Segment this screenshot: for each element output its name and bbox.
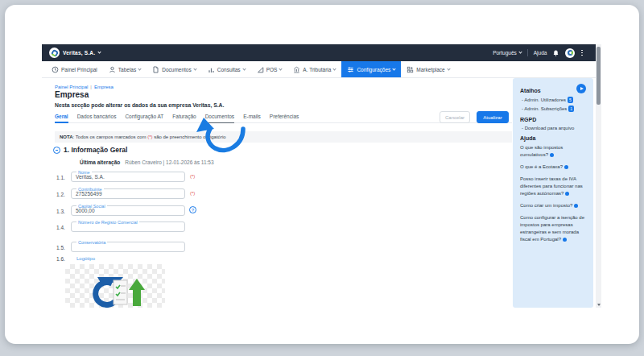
chevron-down-icon [98,50,101,53]
play-button[interactable] [576,84,586,93]
company-selector[interactable]: Veritas, S.A. [49,48,101,58]
capital-social-help-icon[interactable]: ? [189,206,196,213]
user-avatar[interactable] [565,48,575,58]
rgpd-title: RGPD [520,117,586,122]
menu-item-configuracoes[interactable]: Configurações [341,61,401,77]
tab-faturacao[interactable]: Faturação [172,112,196,122]
scrollbar[interactable] [596,44,601,308]
page-content: Painel Principal | Empresa Empresa Nesta… [42,78,513,308]
nome-input[interactable]: Nome Veritas, S.A. [71,172,185,182]
help-link-isencao-impostos[interactable]: Como configurar a isenção de impostos pa… [520,214,586,243]
field-nome: 1.1. Nome Veritas, S.A. (*) [56,172,217,183]
company-logo-image [88,272,149,308]
company-name: Veritas, S.A. [63,50,95,56]
document-icon [152,66,159,73]
menu-item-documentos[interactable]: Documentos [147,61,202,77]
help-info-icon [574,204,578,208]
marketplace-grid-icon [407,66,414,73]
chevron-down-icon [518,50,522,53]
required-mark: (*) [190,174,195,179]
breadcrumb-painel-principal[interactable]: Painel Principal [55,85,88,89]
company-logo-preview [65,264,165,308]
scrollbar-thumb[interactable] [597,47,601,105]
menu-item-consultas[interactable]: Consultas [202,61,251,77]
help-link-impostos-cumulativos[interactable]: O que são impostos cumulativos? [520,144,586,159]
field-conservatoria: 1.5. Conservatória [56,242,217,253]
breadcrumb-empresa[interactable]: Empresa [94,85,114,89]
breadcrumb-separator: | [90,85,92,89]
contribuinte-input[interactable]: Contribuinte 275256499 [71,188,185,199]
help-link[interactable]: Ajuda [534,50,547,56]
chevron-down-icon [242,67,246,70]
help-info-icon [563,238,567,242]
last-change: Última alteração Rúben Craveiro | 12-01-… [80,159,214,165]
count-badge: 5 [568,97,573,103]
sidebar-item-admin-utilizadores[interactable]: - Admin. Utilizadores 5 [522,97,586,103]
bar-chart-icon [208,66,215,73]
menu-item-a-tributaria[interactable]: A. Tributária [287,61,341,77]
tab-emails[interactable]: E-mails [243,112,261,122]
app-window: Veritas, S.A. Português Ajuda [42,44,601,308]
help-link-criar-imposto[interactable]: Como criar um imposto? [520,202,586,209]
help-title: Ajuda [520,135,586,141]
help-info-icon [550,153,554,157]
field-numero-registo-comercial: 1.4. Número de Registo Comercial [56,221,217,233]
top-navbar: Veritas, S.A. Português Ajuda [42,44,601,61]
field-capital-social: 1.3. Capital Social 5000,00 ? [56,205,217,217]
tab-configuracao-at[interactable]: Configuração AT [125,112,163,122]
menu-item-marketplace[interactable]: Marketplace [401,61,455,77]
menu-item-painel-principal[interactable]: Painel Principal [46,61,103,77]
dashboard-clock-icon [52,66,59,73]
tab-dados-bancarios[interactable]: Dados bancários [77,112,117,122]
field-contribuinte: 1.2. Contribuinte 275256499 (*) [56,188,217,200]
cancel-button[interactable]: Cancelar [440,111,470,123]
chevron-down-icon [447,67,450,70]
collapse-icon[interactable] [53,147,60,154]
tab-preferencias[interactable]: Preferências [270,112,299,122]
chevron-down-icon [193,67,196,70]
note-bar: NOTA: Todos os campos marcados com (*) s… [55,131,512,143]
section-title: 1. Informação Geral [64,146,127,154]
numero-registo-comercial-input[interactable]: Número de Registo Comercial [71,221,185,232]
divider [527,49,528,56]
chevron-down-icon [279,67,283,70]
help-info-icon [565,192,569,196]
tab-documentos[interactable]: Documentos [205,112,235,122]
tab-geral[interactable]: Geral [55,112,68,122]
capital-social-input[interactable]: Capital Social 5000,00 [71,205,185,216]
help-sidebar: Atalhos - Admin. Utilizadores 5 - Admin.… [513,78,593,308]
scrollbar-down-arrow[interactable] [597,304,601,306]
sidebar-item-download-arquivo[interactable]: - Download para arquivo [522,126,586,130]
page-subtitle: Nesta secção pode alterar os dados da su… [55,102,224,108]
menu-item-pos[interactable]: POS [251,61,288,77]
section-informacao-geral[interactable]: 1. Informação Geral [53,146,127,154]
settings-sliders-icon [347,66,354,73]
language-selector[interactable]: Português [493,50,522,56]
required-mark: (*) [190,191,195,196]
set-square-icon [257,66,264,73]
sidebar-item-admin-subscricoes[interactable]: - Admin. Subscrições 1 [522,106,586,112]
users-icon [109,66,116,73]
page-title: Empresa [55,90,89,99]
bell-icon[interactable] [552,49,559,57]
menu-item-tabelas[interactable]: Tabelas [103,61,147,77]
chevron-down-icon [393,67,396,70]
chevron-down-icon [138,67,142,70]
chevron-down-icon [333,67,336,70]
company-logo-icon [49,48,60,58]
kebab-menu-icon[interactable] [580,49,584,57]
help-link-ecotaxa[interactable]: O que é a Ecotaxa? [520,164,586,171]
count-badge: 1 [568,106,574,112]
main-menu: Painel Principal Tabelas Documentos Cons… [42,61,596,78]
help-info-icon [564,165,568,169]
bank-icon [293,66,300,73]
screenshot-root: Veritas, S.A. Português Ajuda [0,0,644,356]
update-button[interactable]: Atualizar [477,111,509,123]
breadcrumb: Painel Principal | Empresa [55,85,114,89]
conservatoria-input[interactable]: Conservatória [71,242,185,252]
help-link-taxas-iva[interactable]: Posso inserir taxas de IVA diferentes pa… [520,176,586,197]
